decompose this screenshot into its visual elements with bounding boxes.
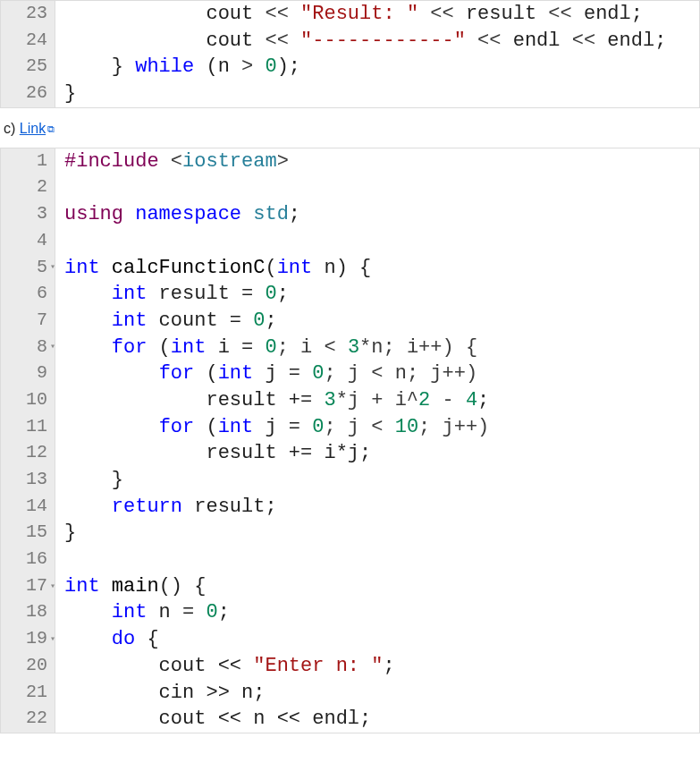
code-line: 11 for (int j = 0; j < 10; j++) xyxy=(1,414,699,441)
code-line: 24 cout << "------------" << endl << end… xyxy=(1,28,699,55)
code-line: 20 cout << "Enter n: "; xyxy=(1,653,699,680)
line-number: 26 xyxy=(1,81,55,107)
code-text: for (int i = 0; i < 3*n; i++) { xyxy=(55,335,477,361)
code-text: cout << "Result: " << result << endl; xyxy=(55,1,643,28)
code-line: 13 } xyxy=(1,467,699,494)
line-number: 3 xyxy=(1,201,55,228)
line-number: 10 xyxy=(1,387,55,414)
code-line: 3using namespace std; xyxy=(1,201,699,228)
caption-c: c) Link⧉ xyxy=(0,108,700,146)
code-line: 17int main() { xyxy=(1,573,699,600)
code-text: result += 3*j + i^2 - 4; xyxy=(55,387,489,414)
line-number: 25 xyxy=(1,54,55,81)
code-text: int result = 0; xyxy=(55,281,289,308)
code-block-1: 23 cout << "Result: " << result << endl;… xyxy=(0,0,700,108)
code-line: 4 xyxy=(1,228,699,255)
code-line: 26} xyxy=(1,81,699,107)
code-text: } xyxy=(55,520,76,547)
line-number: 5 xyxy=(1,255,55,282)
code-text: int calcFunctionC(int n) { xyxy=(55,255,371,282)
code-text: return result; xyxy=(55,494,277,521)
code-text: int main() { xyxy=(55,573,206,600)
code-text xyxy=(55,174,76,201)
line-number: 17 xyxy=(1,573,55,600)
code-text: cout << "Enter n: "; xyxy=(55,653,395,680)
code-text: cout << n << endl; xyxy=(55,706,371,733)
code-text: do { xyxy=(55,626,159,653)
code-line: 8 for (int i = 0; i < 3*n; i++) { xyxy=(1,335,699,361)
line-number: 14 xyxy=(1,494,55,521)
code-text: for (int j = 0; j < 10; j++) xyxy=(55,414,489,441)
line-number: 22 xyxy=(1,706,55,733)
code-text xyxy=(55,228,76,255)
line-number: 11 xyxy=(1,414,55,441)
code-text: } while (n > 0); xyxy=(55,54,300,81)
link-c[interactable]: Link xyxy=(20,121,46,136)
line-number: 4 xyxy=(1,228,55,255)
code-text: int count = 0; xyxy=(55,308,277,335)
line-number: 24 xyxy=(1,28,55,55)
code-text: cout << "------------" << endl << endl; xyxy=(55,28,666,55)
line-number: 12 xyxy=(1,440,55,467)
line-number: 9 xyxy=(1,360,55,387)
line-number: 8 xyxy=(1,335,55,361)
line-number: 1 xyxy=(1,148,55,175)
code-line: 22 cout << n << endl; xyxy=(1,706,699,733)
line-number: 2 xyxy=(1,174,55,201)
code-text: #include <iostream> xyxy=(55,148,289,175)
line-number: 23 xyxy=(1,1,55,28)
code-text: for (int j = 0; j < n; j++) xyxy=(55,360,477,387)
line-number: 13 xyxy=(1,467,55,494)
line-number: 20 xyxy=(1,653,55,680)
code-text: cin >> n; xyxy=(55,680,265,707)
code-text: } xyxy=(55,81,76,107)
code-line: 16 xyxy=(1,547,699,573)
code-line: 6 int result = 0; xyxy=(1,281,699,308)
code-text: } xyxy=(55,467,123,494)
line-number: 21 xyxy=(1,680,55,707)
code-line: 23 cout << "Result: " << result << endl; xyxy=(1,1,699,28)
code-text: using namespace std; xyxy=(55,201,300,228)
caption-prefix: c) xyxy=(4,121,20,136)
code-text: int n = 0; xyxy=(55,599,230,626)
code-line: 14 return result; xyxy=(1,494,699,521)
code-line: 10 result += 3*j + i^2 - 4; xyxy=(1,387,699,414)
code-block-2: 1#include <iostream>2 3using namespace s… xyxy=(0,148,700,733)
code-line: 25 } while (n > 0); xyxy=(1,54,699,81)
line-number: 19 xyxy=(1,626,55,653)
code-line: 2 xyxy=(1,174,699,201)
line-number: 16 xyxy=(1,547,55,573)
line-number: 15 xyxy=(1,520,55,547)
code-line: 9 for (int j = 0; j < n; j++) xyxy=(1,360,699,387)
code-line: 12 result += i*j; xyxy=(1,440,699,467)
code-line: 1#include <iostream> xyxy=(1,148,699,175)
code-line: 21 cin >> n; xyxy=(1,680,699,707)
code-line: 5int calcFunctionC(int n) { xyxy=(1,255,699,282)
code-line: 15} xyxy=(1,520,699,547)
code-line: 7 int count = 0; xyxy=(1,308,699,335)
line-number: 6 xyxy=(1,281,55,308)
line-number: 18 xyxy=(1,599,55,626)
line-number: 7 xyxy=(1,308,55,335)
external-link-icon: ⧉ xyxy=(47,123,55,134)
code-text xyxy=(55,547,76,573)
code-line: 18 int n = 0; xyxy=(1,599,699,626)
code-line: 19 do { xyxy=(1,626,699,653)
code-text: result += i*j; xyxy=(55,440,371,467)
